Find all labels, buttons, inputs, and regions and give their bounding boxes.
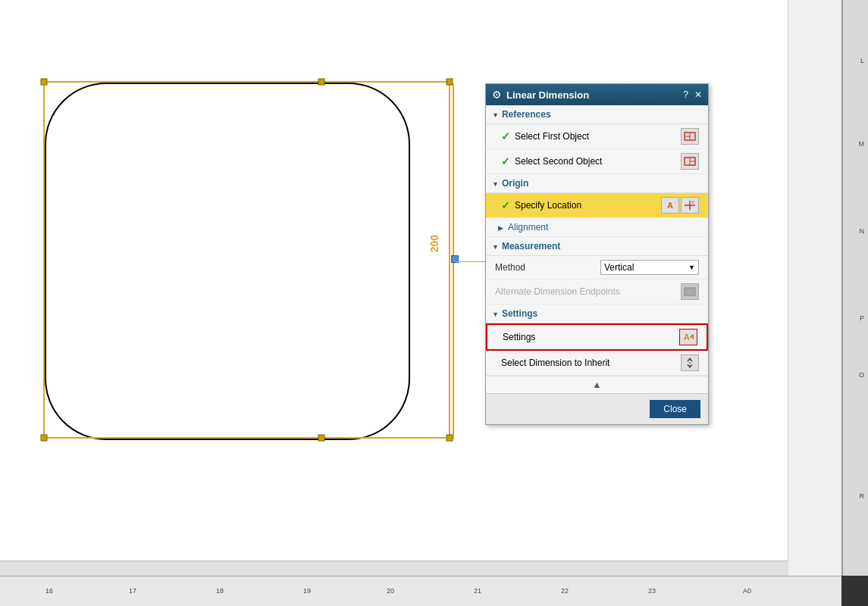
- chevron-down-settings: [492, 308, 499, 319]
- help-icon[interactable]: ?: [683, 89, 688, 100]
- panel-header-left: ⚙ Linear Dimension: [492, 89, 589, 101]
- ruler-tick-21: 21: [474, 587, 481, 595]
- ruler-tick-16: 16: [45, 587, 53, 595]
- settings-buttons[interactable]: A: [679, 329, 697, 345]
- svg-rect-7: [447, 435, 453, 441]
- ruler-tick-17: 17: [129, 587, 136, 595]
- specify-location-left: ✓ Specify Location: [501, 199, 661, 211]
- panel-header: ⚙ Linear Dimension ? ✕: [486, 84, 708, 105]
- ruler-tick-19: 19: [303, 587, 311, 595]
- svg-rect-1: [44, 82, 450, 438]
- first-object-buttons[interactable]: [681, 128, 699, 145]
- panel-footer: Close: [486, 393, 708, 424]
- chevron-down-measurement: [492, 241, 499, 251]
- bottom-right-corner: [841, 576, 868, 606]
- svg-rect-17: [685, 288, 695, 295]
- check-first: ✓: [501, 130, 510, 142]
- location-icon-btn-coord[interactable]: X: [681, 197, 699, 214]
- svg-rect-2: [41, 79, 47, 85]
- alt-dim-btn[interactable]: [681, 283, 699, 300]
- select-first-object-row: ✓ Select First Object: [486, 124, 708, 149]
- ruler-tick-20: 20: [387, 587, 394, 595]
- ruler-label-P: P: [860, 314, 864, 322]
- settings-edit-btn[interactable]: A: [679, 329, 697, 345]
- section-settings[interactable]: Settings: [486, 305, 708, 323]
- alt-dim-label: Alternate Dimension Endpoints: [495, 286, 620, 297]
- svg-rect-4: [447, 79, 453, 85]
- settings-section-label: Settings: [502, 308, 537, 319]
- measurement-label: Measurement: [502, 241, 560, 251]
- section-origin[interactable]: Origin: [486, 174, 708, 193]
- inherit-label: Select Dimension to Inherit: [501, 358, 609, 368]
- close-button[interactable]: Close: [650, 400, 700, 418]
- gear-icon: ⚙: [492, 89, 502, 101]
- inherit-buttons[interactable]: [681, 355, 699, 371]
- method-row: Method Vertical ▼: [486, 256, 708, 280]
- ruler-tick-A0: A0: [743, 587, 751, 595]
- ruler-label-L: L: [860, 57, 864, 64]
- alignment-row[interactable]: Alignment: [486, 218, 708, 237]
- ruler-label-O: O: [859, 371, 864, 379]
- ruler-label-N: N: [860, 227, 865, 235]
- inherit-btn[interactable]: [681, 355, 699, 371]
- panel-header-icons[interactable]: ? ✕: [683, 89, 702, 100]
- method-select[interactable]: Vertical ▼: [600, 260, 699, 275]
- section-measurement[interactable]: Measurement: [486, 237, 708, 256]
- check-location: ✓: [501, 199, 510, 211]
- settings-left: Settings: [503, 332, 679, 342]
- second-object-icon-btn[interactable]: [681, 153, 699, 170]
- alt-dim-row: Alternate Dimension Endpoints: [486, 280, 708, 305]
- inherit-left: Select Dimension to Inherit: [501, 358, 681, 368]
- svg-text:X: X: [691, 200, 694, 205]
- chevron-down-origin: [492, 178, 499, 189]
- ruler-tick-18: 18: [216, 587, 224, 595]
- svg-rect-6: [318, 435, 324, 441]
- method-value: Vertical: [604, 262, 634, 273]
- panel-title: Linear Dimension: [506, 89, 589, 101]
- settings-label: Settings: [503, 332, 535, 342]
- select-second-object-row: ✓ Select Second Object: [486, 149, 708, 174]
- ruler-label-M: M: [859, 140, 865, 148]
- measurement-content: Method Vertical ▼ Alternate Dimension En…: [486, 256, 708, 305]
- method-label: Method: [495, 262, 525, 273]
- svg-rect-3: [318, 79, 324, 85]
- right-ruler: L M N P O R: [841, 0, 868, 576]
- references-content: ✓ Select First Object ✓ Sel: [486, 124, 708, 174]
- method-dropdown-icon: ▼: [688, 264, 695, 271]
- settings-content: Settings A Select Dimension to Inherit: [486, 323, 708, 376]
- location-buttons[interactable]: A X: [661, 197, 699, 214]
- select-second-object-left: ✓ Select Second Object: [501, 155, 681, 167]
- chevron-right-alignment: [498, 222, 503, 233]
- dashed-line-bottom: [0, 576, 788, 576]
- select-second-object-label: Select Second Object: [515, 156, 602, 167]
- drawing-svg: [44, 82, 499, 461]
- select-first-object-label: Select First Object: [515, 131, 589, 142]
- location-icon-btn-A[interactable]: A: [661, 197, 679, 214]
- first-object-icon-btn[interactable]: [681, 128, 699, 145]
- panel-body: References ✓ Select First Object: [486, 105, 708, 393]
- bottom-strip: [0, 561, 788, 576]
- references-label: References: [502, 109, 551, 120]
- settings-row[interactable]: Settings A: [486, 323, 708, 351]
- collapse-button[interactable]: ▲: [593, 380, 602, 390]
- collapse-row[interactable]: ▲: [486, 376, 708, 393]
- svg-rect-5: [41, 435, 47, 441]
- origin-content: ✓ Specify Location A X Alignme: [486, 193, 708, 237]
- section-references[interactable]: References: [486, 105, 708, 124]
- inherit-row: Select Dimension to Inherit: [486, 351, 708, 376]
- alignment-label: Alignment: [508, 222, 548, 233]
- close-icon[interactable]: ✕: [694, 89, 702, 100]
- second-object-buttons[interactable]: [681, 153, 699, 170]
- dimension-value: 200: [428, 235, 440, 252]
- select-first-object-left: ✓ Select First Object: [501, 130, 681, 142]
- specify-location-label: Specify Location: [515, 200, 581, 211]
- check-second: ✓: [501, 155, 510, 167]
- specify-location-row[interactable]: ✓ Specify Location A X: [486, 193, 708, 218]
- bottom-ruler: 16 17 18 19 20 21 22 23 A0: [0, 576, 868, 606]
- svg-rect-0: [45, 83, 409, 439]
- ruler-tick-22: 22: [561, 587, 569, 595]
- ruler-label-R: R: [860, 492, 865, 500]
- chevron-down-references: [492, 109, 499, 120]
- svg-text:A: A: [684, 333, 690, 342]
- ruler-tick-23: 23: [648, 587, 656, 595]
